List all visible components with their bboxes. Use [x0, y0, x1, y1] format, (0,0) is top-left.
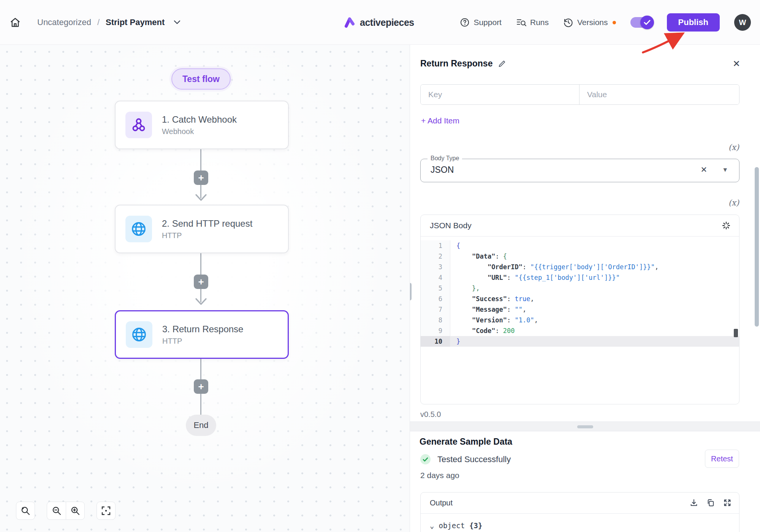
- toggle-check-icon: [640, 16, 654, 29]
- editor-scrollbar-thumb[interactable]: [734, 329, 738, 337]
- logo-wordmark: activepieces: [360, 17, 414, 28]
- activepieces-logo-icon: [344, 17, 356, 28]
- test-flow-button[interactable]: Test flow: [171, 68, 231, 90]
- connector-arrowhead: [195, 194, 207, 201]
- add-step-button[interactable]: +: [194, 275, 208, 289]
- edit-pencil-icon[interactable]: [498, 60, 506, 68]
- code-line[interactable]: 10}: [421, 336, 739, 347]
- support-button[interactable]: Support: [460, 17, 502, 27]
- key-input[interactable]: [421, 85, 580, 104]
- breadcrumb: Uncategorized / Stript Payment: [10, 0, 180, 45]
- step-title: 1. Catch Webhook: [162, 114, 237, 125]
- flow-builder-app: Uncategorized / Stript Payment activepie…: [0, 0, 760, 532]
- top-bar: Uncategorized / Stript Payment activepie…: [0, 0, 760, 45]
- step-piece-name: HTTP: [162, 337, 243, 346]
- webhook-icon: [125, 112, 152, 138]
- fit-view-button[interactable]: [97, 502, 116, 520]
- globe-icon: [126, 321, 152, 348]
- step-node-return-response[interactable]: 3. Return Response HTTP: [115, 310, 289, 359]
- line-number: 10: [421, 336, 450, 347]
- download-icon[interactable]: [690, 499, 698, 507]
- dynamic-value-icon[interactable]: (x): [728, 198, 739, 207]
- output-card: Output ⌄ object {3}: [420, 492, 739, 532]
- test-status-row: Tested Successfully: [420, 454, 511, 464]
- step-piece-name: Webhook: [162, 127, 237, 136]
- panel-title: Return Response: [420, 58, 492, 69]
- code-line[interactable]: 9 "Code": 200: [421, 325, 739, 336]
- code-line[interactable]: 3 "OrderID": "{{trigger['body']['OrderID…: [421, 262, 739, 272]
- fit-view-icon: [101, 506, 111, 516]
- value-input[interactable]: [580, 85, 739, 104]
- question-circle-icon: [460, 17, 470, 27]
- last-tested-time: 2 days ago: [420, 471, 459, 480]
- versions-button[interactable]: Versions: [563, 17, 616, 28]
- line-number: 4: [421, 272, 450, 283]
- unsaved-changes-dot: [613, 21, 616, 24]
- generate-sample-data-title: Generate Sample Data: [420, 437, 512, 447]
- code-line[interactable]: 5 },: [421, 283, 739, 294]
- line-number: 6: [421, 294, 450, 304]
- close-panel-icon[interactable]: ✕: [733, 58, 740, 69]
- flow-name[interactable]: Stript Payment: [106, 17, 165, 27]
- step-node-send-http[interactable]: 2. Send HTTP request HTTP: [115, 205, 289, 253]
- code-lines: 1{2 "Data": {3 "OrderID": "{{trigger['bo…: [421, 240, 739, 347]
- panel-resize-handle[interactable]: [410, 283, 412, 300]
- breadcrumb-category[interactable]: Uncategorized: [37, 17, 91, 27]
- breadcrumb-separator: /: [97, 17, 100, 27]
- zoom-out-button[interactable]: [47, 502, 66, 520]
- add-step-button[interactable]: +: [194, 170, 208, 185]
- home-icon[interactable]: [10, 17, 21, 28]
- publish-button[interactable]: Publish: [667, 13, 720, 32]
- line-number: 8: [421, 315, 450, 325]
- chevron-down-icon[interactable]: [174, 20, 180, 25]
- flow-canvas[interactable]: Test flow 1. Catch Webhook Webhook +: [0, 45, 410, 532]
- runs-button[interactable]: Runs: [516, 18, 549, 27]
- select-caret-icon[interactable]: ▾: [723, 165, 727, 174]
- zoom-in-button[interactable]: [66, 502, 85, 520]
- history-clock-icon: [563, 17, 573, 28]
- flow-enabled-toggle[interactable]: [630, 17, 652, 28]
- top-nav: Support Runs Versions Publish: [460, 0, 751, 45]
- test-status-label: Tested Successfully: [437, 455, 511, 464]
- activepieces-logo[interactable]: activepieces: [344, 0, 414, 45]
- flow-end-node: End: [186, 415, 216, 436]
- code-line[interactable]: 6 "Success": true,: [421, 294, 739, 304]
- code-line[interactable]: 7 "Message": "",: [421, 304, 739, 315]
- code-line[interactable]: 2 "Data": {: [421, 251, 739, 262]
- reset-zoom-button[interactable]: [16, 502, 35, 520]
- code-line[interactable]: 4 "URL": "{{step_1['body']['url']}}": [421, 272, 739, 283]
- body-type-value: JSON: [431, 165, 454, 175]
- json-body-label: JSON Body: [430, 221, 472, 230]
- tree-chevron-icon[interactable]: ⌄: [430, 521, 434, 530]
- step-node-catch-webhook[interactable]: 1. Catch Webhook Webhook: [115, 101, 289, 149]
- dynamic-value-icon[interactable]: (x): [728, 143, 739, 152]
- retest-button[interactable]: Retest: [705, 450, 739, 468]
- ai-sparkle-icon[interactable]: [722, 221, 731, 230]
- check-circle-icon: [420, 454, 431, 464]
- panel-section-divider[interactable]: [410, 421, 760, 431]
- globe-icon: [125, 216, 152, 242]
- code-line[interactable]: 8 "Version": "1.0",: [421, 315, 739, 325]
- body-type-select[interactable]: Body Type JSON ✕ ▾: [420, 159, 739, 182]
- step-title: 2. Send HTTP request: [162, 218, 252, 229]
- user-avatar[interactable]: W: [734, 14, 751, 31]
- zoom-out-icon: [52, 506, 62, 516]
- copy-icon[interactable]: [706, 499, 715, 507]
- line-number: 1: [421, 240, 450, 251]
- add-item-link[interactable]: + Add Item: [421, 116, 459, 125]
- support-label: Support: [473, 18, 502, 27]
- add-step-button[interactable]: +: [194, 379, 208, 394]
- code-line[interactable]: 1{: [421, 240, 739, 251]
- line-number: 5: [421, 283, 450, 294]
- runs-label: Runs: [530, 18, 549, 27]
- output-tree-root[interactable]: ⌄ object {3}: [421, 514, 739, 530]
- line-number: 3: [421, 262, 450, 272]
- tree-node-label: object: [439, 521, 465, 530]
- clear-selection-icon[interactable]: ✕: [700, 165, 707, 174]
- panel-scrollbar-thumb[interactable]: [755, 167, 759, 327]
- output-title: Output: [430, 499, 453, 507]
- runs-list-search-icon: [516, 18, 526, 27]
- connector-arrowhead: [195, 298, 207, 305]
- canvas-zoom-toolbar: [16, 502, 116, 520]
- expand-icon[interactable]: [723, 499, 732, 507]
